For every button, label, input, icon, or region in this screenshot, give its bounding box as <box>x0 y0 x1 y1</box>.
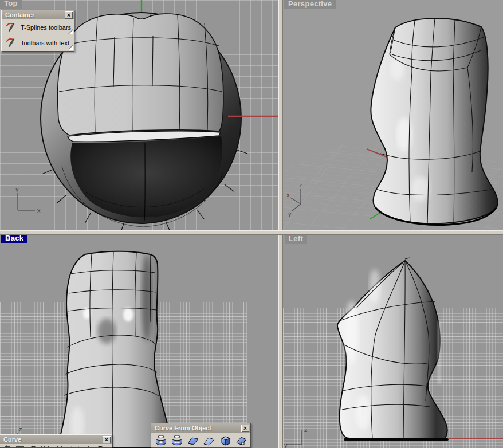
curve-from-object-panel: Curve From Object × <box>151 423 251 448</box>
viewport-title-top[interactable]: Top <box>0 0 22 9</box>
flyout-triangle-icon <box>69 30 73 34</box>
curve-panel: Curve × <box>0 434 112 448</box>
axis-label-y: y <box>288 210 292 217</box>
axis-gizmo-perspective: z x y <box>286 182 302 217</box>
cylinder-curve-icon[interactable] <box>169 434 185 447</box>
flyout-triangle-icon <box>69 45 73 50</box>
vertical-splitter[interactable] <box>278 0 283 448</box>
viewport-back[interactable]: z Back <box>0 235 278 448</box>
close-icon[interactable]: × <box>65 11 73 19</box>
axis-label-x: x <box>286 191 290 198</box>
axis-label-y: y <box>284 442 288 448</box>
toolbars-with-text-item[interactable]: Toolbars with text <box>2 35 74 50</box>
curve-title: Curve <box>3 436 100 443</box>
axis-label-z: z <box>19 426 22 433</box>
model-left-view <box>337 258 447 439</box>
viewport-title-left[interactable]: Left <box>285 235 307 244</box>
axis-label-z: z <box>304 426 308 433</box>
viewport-left[interactable]: z y Left <box>283 235 503 448</box>
curve-from-object-buttons <box>151 433 250 447</box>
tsplines-toolbars-item[interactable]: T-Splines toolbars <box>2 19 74 35</box>
curve-buttons <box>0 444 112 448</box>
container-panel: Container × T-Splines toolbars <box>1 10 74 52</box>
curve-titlebar[interactable]: Curve × <box>0 435 112 444</box>
axis-gizmo-left: z y <box>284 426 308 448</box>
viewport-title-back[interactable]: Back <box>1 235 27 243</box>
curve-from-object-titlebar[interactable]: Curve From Object × <box>151 423 250 433</box>
horizontal-splitter[interactable] <box>0 230 503 235</box>
close-icon[interactable]: × <box>103 436 111 443</box>
model-back-view <box>57 251 175 448</box>
container-title: Container <box>5 11 62 18</box>
rhino-four-viewport-workspace: y x Top <box>0 0 503 448</box>
axis-label-z: z <box>299 182 302 188</box>
curve-toolbar-icons[interactable] <box>1 445 109 448</box>
curve-from-object-title: Curve From Object <box>155 425 239 431</box>
axis-label-x: x <box>37 207 41 214</box>
tsplines-logo-icon <box>6 22 16 33</box>
parallelogram-dark-icon[interactable] <box>185 434 201 447</box>
axis-label-y: y <box>15 186 19 192</box>
model-perspective-view <box>371 18 497 225</box>
axis-gizmo-top: y x <box>15 186 41 214</box>
viewport-title-perspective[interactable]: Perspective <box>284 0 336 9</box>
cylinder-circle-icon[interactable] <box>153 434 169 447</box>
tsplines-toolbars-label: T-Splines toolbars <box>21 24 71 31</box>
tsplines-logo-icon <box>6 38 16 48</box>
toolbars-with-text-label: Toolbars with text <box>21 40 69 46</box>
viewport-perspective[interactable]: z x y Perspective <box>283 0 503 230</box>
close-icon[interactable]: × <box>241 425 249 432</box>
tilted-plane-point-icon[interactable] <box>233 434 249 447</box>
container-titlebar[interactable]: Container × <box>2 10 74 19</box>
cube-icon[interactable] <box>217 434 233 447</box>
back-view-canvas[interactable]: z <box>0 235 278 448</box>
perspective-view-canvas[interactable]: z x y <box>283 0 503 230</box>
left-view-canvas[interactable]: z y <box>283 235 503 448</box>
parallelogram-light-icon[interactable] <box>201 434 217 447</box>
